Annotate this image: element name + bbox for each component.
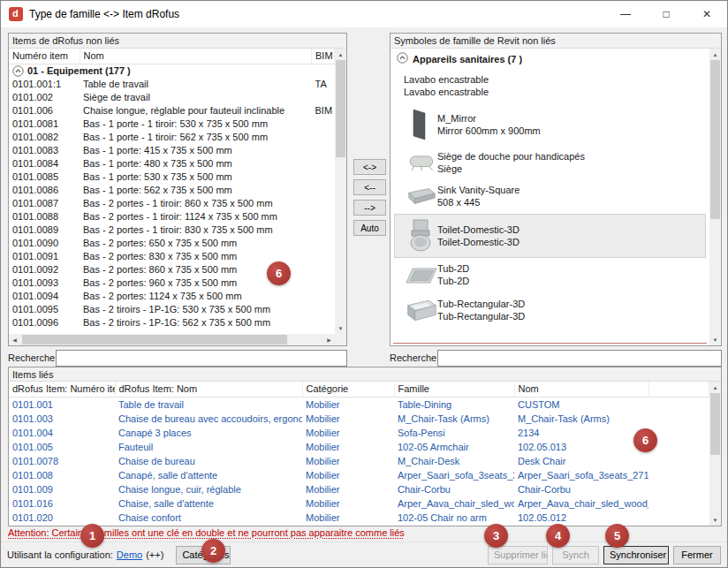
cell: Chaise, salle d'attente [115,496,302,511]
config-suffix: (++) [146,549,163,560]
linked-item-row[interactable]: 0101.009Chaise longue, cuir, réglableMob… [9,482,709,496]
revit-family-item[interactable]: Tub-2DTub-2D [394,259,706,292]
cell: 0101.016 [9,496,115,511]
cell: Arper_Aava_chair_sled_wood_3902 [514,496,648,511]
config-link[interactable]: Demo [117,549,142,560]
unlinked-item-row[interactable]: 0101.0087Bas - 2 portes - 1 tiroir: 860 … [9,197,335,210]
scroll-track[interactable] [709,60,721,334]
unlinked-item-row[interactable]: 0101.0084Bas - 1 porte: 480 x 735 x 500 … [9,157,335,170]
revit-family-item[interactable]: M_MirrorMirror 600mm x 900mm [394,103,706,146]
cell: Chair-Corbu [394,482,514,496]
linked-item-row[interactable]: 0101.003Chaise de bureau avec accoudoirs… [9,412,709,426]
right-search-input[interactable] [437,350,722,367]
scroll-down-arrow[interactable]: ▼ [335,322,346,334]
unlinked-item-row[interactable]: 0101.0088Bas - 2 portes - 1 tiroir: 1124… [9,210,335,223]
minimize-button[interactable]: — [605,1,646,27]
annotation-badge-left-list: 6 [267,261,291,285]
scroll-up-arrow[interactable]: ▲ [335,49,346,60]
linked-item-row[interactable]: 0101.016Chaise, salle d'attenteMobilierA… [9,496,709,511]
cell: Mobilier [302,511,394,525]
transfer-right-button[interactable]: --> [353,200,386,216]
scroll-up-arrow[interactable]: ▲ [709,49,721,60]
revit-family-item[interactable]: Sink Vanity-Square508 x 445 [394,180,706,213]
revit-group-header[interactable]: Appareils sanitaires (7 ) [393,50,709,69]
synch-button[interactable]: Synch [552,546,599,564]
scroll-track[interactable] [20,334,323,345]
column-header[interactable]: Catégorie [302,382,394,397]
unlinked-item-row[interactable]: 0101.0089Bas - 2 portes - 1 tiroir: 830 … [9,223,335,237]
revit-family-item[interactable]: Toilet-Domestic-3DToilet-Domestic-3D [394,214,706,258]
cell [312,276,335,290]
revit-family-item[interactable]: Tub-Rectangular-3DTub-Rectangular-3D [394,292,706,328]
scroll-thumb[interactable] [336,60,345,157]
scroll-track[interactable] [335,60,346,322]
scroll-track[interactable] [709,393,721,514]
revit-family-item[interactable]: Siège de douche pour handicapésSiège [394,147,706,179]
column-header[interactable]: BIM [312,49,335,64]
unlinked-item-row[interactable]: 0101.0094Bas - 2 portes: 1124 x 735 x 50… [9,290,335,303]
column-header[interactable]: Famille [394,382,514,397]
left-search-input[interactable] [56,350,347,367]
left-vertical-scrollbar[interactable]: ▲ ▼ [335,49,346,334]
scroll-down-arrow[interactable]: ▼ [709,334,721,345]
group-header-row[interactable]: 01 - Equipement (177 ) [9,64,335,78]
linked-item-row[interactable]: 0101.020Chaise confortMobilier102-05 Cha… [9,511,709,525]
unlinked-item-row[interactable]: 0101.002Siège de travail [9,91,335,104]
revit-family-item[interactable]: Lavabo encastrableLavabo encastrable [394,70,706,102]
cell: Bas - 2 portes: 1124 x 735 x 500 mm [80,290,312,303]
duplicate-key-warning: Attention: Certaines familles ont une cl… [8,527,405,538]
family-text: Siège de douche pour handicapésSiège [437,151,585,175]
linked-item-row[interactable]: 0101.001Table de travailMobilierTable-Di… [9,397,709,412]
delete-link-button[interactable]: Supprimer lien [488,546,548,564]
cell: Bas - 1 porte: 415 x 735 x 500 mm [80,144,312,157]
cell: Chair-Corbu [514,482,648,496]
column-header[interactable]: Nom [80,49,312,64]
linked-item-row[interactable]: 0101.005FauteuilMobilier102-05 Armchair1… [9,440,709,454]
linked-vertical-scrollbar[interactable]: ▲ ▼ [709,382,721,526]
unlinked-item-row[interactable]: 0101.0085Bas - 1 porte: 530 x 735 x 500 … [9,170,335,184]
collapse-icon[interactable] [397,52,408,65]
scroll-left-arrow[interactable]: ◀ [9,334,20,345]
scroll-thumb[interactable] [22,335,287,345]
maximize-button[interactable]: □ [646,1,686,27]
collapse-icon[interactable] [12,64,24,78]
unlinked-item-row[interactable]: 0101.0081Bas - 1 porte - 1 tiroir: 530 x… [9,117,335,131]
link-both-button[interactable]: <-> [353,159,386,175]
column-header[interactable]: Numéro item [9,49,80,64]
unlinked-item-row[interactable]: 0101.0083Bas - 1 porte: 415 x 735 x 500 … [9,144,335,157]
unlinked-item-row[interactable]: 0101.0095Bas - 2 tiroirs - 1P-1G: 530 x … [9,303,335,316]
transfer-left-button[interactable]: <-- [353,179,386,195]
cell: 0101.009 [9,482,115,496]
unlinked-item-row[interactable]: 0101.0091Bas - 2 portes: 830 x 735 x 500… [9,250,335,263]
column-header[interactable]: dRofus Item: Nom [115,382,302,397]
cell: 0101.0096 [9,316,80,329]
unlinked-item-row[interactable]: 0101.001:1Table de travailTA [9,78,335,91]
unlinked-item-row[interactable]: 0101.006Chaise longue, réglable pour fau… [9,104,335,117]
close-button[interactable]: Fermer [673,546,721,564]
cell: M_Chair-Task (Arms) [514,412,648,426]
linked-item-row[interactable]: 0101.004Canapé 3 placesMobilierSofa-Pens… [9,426,709,440]
app-icon [9,7,23,21]
scroll-right-arrow[interactable]: ▶ [323,334,335,345]
annotation-badge-synchronize: 5 [605,524,629,548]
close-window-button[interactable]: ✕ [686,1,727,27]
unlinked-item-row[interactable]: 0101.0086Bas - 1 porte: 562 x 735 x 500 … [9,184,335,197]
synchronize-all-button[interactable]: Synchroniser t [603,546,669,564]
cell [312,144,335,157]
left-horizontal-scrollbar[interactable]: ◀ ▶ [9,334,335,345]
cell: 0101.004 [9,426,115,440]
auto-link-button[interactable]: Auto [353,220,386,236]
unlinked-item-row[interactable]: 0101.0090Bas - 2 portes: 650 x 735 x 500… [9,237,335,250]
linked-item-row[interactable]: 0101.0078Chaise de bureauMobilierM_Chair… [9,454,709,468]
right-vertical-scrollbar[interactable]: ▲ ▼ [709,49,721,345]
scroll-down-arrow[interactable]: ▼ [709,514,721,526]
column-header[interactable]: dRofus Item: Numéro item [9,382,115,397]
unlinked-item-row[interactable]: 0101.0082Bas - 1 porte - 1 tiroir: 562 x… [9,131,335,144]
revit-list-area: Appareils sanitaires (7 ) Lavabo encastr… [391,49,721,345]
unlinked-item-row[interactable]: 0101.0096Bas - 2 tiroirs - 1P-1G: 562 x … [9,316,335,329]
column-header[interactable]: Nom [514,382,648,397]
scroll-thumb[interactable] [710,393,720,455]
scroll-thumb[interactable] [710,60,720,219]
linked-item-row[interactable]: 0101.008Canapé, salle d'attenteMobilierA… [9,468,709,482]
scroll-up-arrow[interactable]: ▲ [709,382,721,393]
